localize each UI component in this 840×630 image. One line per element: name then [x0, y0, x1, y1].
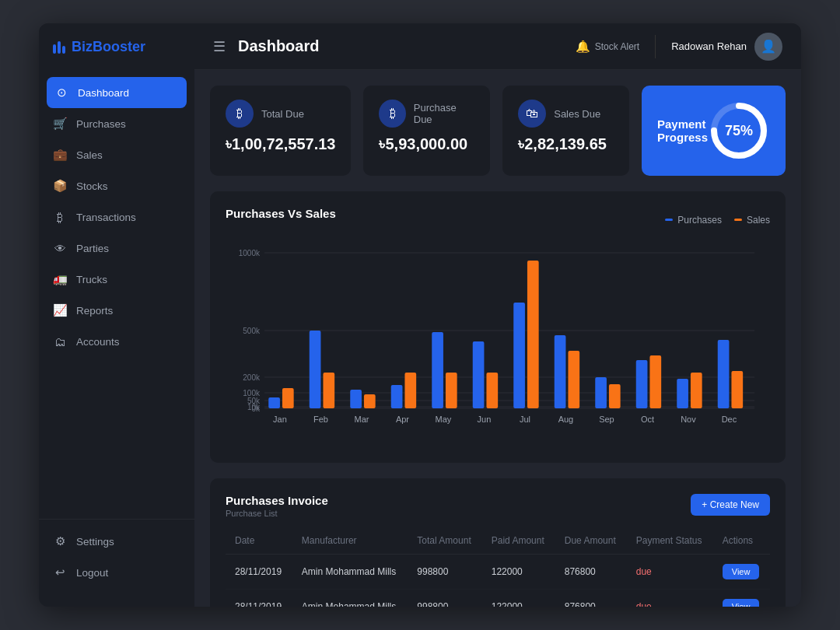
chart-section: Purchases Vs Sales Purchases Sales 1000k: [210, 191, 786, 463]
sidebar-label-purchases: Purchases: [76, 118, 126, 130]
svg-rect-44: [649, 355, 661, 408]
svg-rect-29: [446, 373, 457, 408]
progress-circle: 75%: [708, 100, 770, 162]
svg-rect-50: [731, 371, 743, 408]
svg-text:0k: 0k: [251, 404, 261, 413]
table-header: Purchases Invoice Purchase List + Create…: [226, 494, 770, 518]
parties-icon: 👁: [53, 241, 67, 255]
table-section: Purchases Invoice Purchase List + Create…: [210, 478, 786, 607]
svg-rect-16: [268, 397, 280, 408]
total-due-value: ৳1,00,72,557.13: [226, 135, 335, 153]
payment-label: Payment Progress: [657, 117, 708, 144]
sidebar-item-sales[interactable]: 💼 Sales: [39, 139, 194, 170]
logout-icon: ↩: [53, 565, 67, 579]
sidebar-label-sales: Sales: [76, 149, 103, 161]
sidebar-label-stocks: Stocks: [76, 180, 108, 192]
header: ☰ Dashboard 🔔 Stock Alert Radowan Rehan …: [194, 23, 801, 70]
logo-bar-1: [53, 44, 56, 54]
logo-text: BizBooster: [72, 39, 145, 55]
sidebar-item-parties[interactable]: 👁 Parties: [39, 233, 194, 264]
total-due-header: ₿ Total Due: [226, 100, 335, 128]
status-badge: due: [636, 566, 652, 577]
svg-text:Nov: Nov: [681, 415, 696, 424]
col-due: Due Amount: [555, 527, 627, 555]
chart-area: 1000k500k200k100k50k10k0kJanFebMarAprMay…: [226, 245, 770, 447]
table-header-row: Date Manufacturer Total Amount Paid Amou…: [226, 527, 770, 555]
table-body: 28/11/2019 Amin Mohammad Mills 998800 12…: [226, 555, 770, 607]
total-due-label: Total Due: [261, 108, 304, 120]
page-title: Dashboard: [238, 37, 563, 55]
svg-rect-19: [310, 331, 321, 408]
transactions-icon: ₿: [53, 210, 67, 224]
sales-due-value: ৳2,82,139.65: [518, 135, 614, 153]
legend-dot-purchases: [665, 219, 673, 221]
sidebar-label-dashboard: Dashboard: [78, 87, 129, 99]
svg-rect-46: [677, 379, 688, 408]
view-button[interactable]: View: [723, 599, 760, 607]
sidebar-item-dashboard[interactable]: ⊙ Dashboard: [47, 77, 187, 108]
sidebar-item-stocks[interactable]: 📦 Stocks: [39, 170, 194, 201]
svg-rect-20: [323, 373, 334, 408]
sidebar-item-reports[interactable]: 📈 Reports: [39, 295, 194, 326]
menu-icon[interactable]: ☰: [213, 38, 226, 55]
sidebar-item-settings[interactable]: ⚙ Settings: [39, 526, 194, 557]
dashboard-icon: ⊙: [54, 86, 68, 100]
svg-text:Feb: Feb: [313, 415, 328, 424]
cell-due: 876800: [555, 590, 627, 607]
logo: BizBooster: [39, 23, 194, 71]
status-badge: due: [636, 601, 652, 607]
sidebar-item-transactions[interactable]: ₿ Transactions: [39, 201, 194, 233]
col-actions: Actions: [713, 527, 770, 555]
cell-paid: 122000: [482, 590, 555, 607]
svg-rect-26: [404, 373, 416, 408]
sidebar-item-accounts[interactable]: 🗂 Accounts: [39, 326, 194, 357]
stock-alert[interactable]: 🔔 Stock Alert: [576, 40, 639, 54]
chart-svg: 1000k500k200k100k50k10k0kJanFebMarAprMay…: [226, 245, 770, 447]
user-profile[interactable]: Radowan Rehan 👤: [671, 33, 782, 61]
cell-date: 28/11/2019: [226, 555, 292, 590]
purchase-due-value: ৳5,93,000.00: [379, 135, 474, 153]
col-manufacturer: Manufacturer: [292, 527, 408, 555]
cell-actions[interactable]: View: [713, 555, 770, 590]
total-due-card: ₿ Total Due ৳1,00,72,557.13: [210, 86, 351, 176]
sidebar-item-purchases[interactable]: 🛒 Purchases: [39, 108, 194, 139]
svg-rect-38: [568, 351, 579, 408]
col-paid: Paid Amount: [482, 527, 555, 555]
logo-prefix: Biz: [72, 39, 93, 54]
sales-icon: 💼: [53, 148, 67, 162]
settings-icon: ⚙: [53, 534, 67, 548]
chart-title: Purchases Vs Sales: [226, 207, 336, 220]
legend-sales: Sales: [734, 215, 770, 226]
app-container: BizBooster ⊙ Dashboard 🛒 Purchases 💼 Sal…: [39, 23, 801, 607]
sidebar-label-trucks: Trucks: [76, 274, 107, 285]
svg-text:Jun: Jun: [478, 415, 492, 424]
logo-bar-2: [58, 41, 61, 54]
svg-text:Apr: Apr: [396, 415, 409, 424]
svg-text:Aug: Aug: [558, 415, 574, 424]
table-subtitle: Purchase List: [226, 509, 328, 518]
payment-progress-card: Payment Progress 75%: [642, 86, 786, 176]
table-row: 28/11/2019 Amin Mohammad Mills 998800 12…: [226, 555, 770, 590]
create-new-button[interactable]: + Create New: [691, 494, 770, 516]
sidebar-item-logout[interactable]: ↩ Logout: [39, 557, 194, 588]
svg-rect-35: [527, 261, 539, 408]
table-row: 28/11/2019 Amin Mohammad Mills 998800 12…: [226, 590, 770, 607]
view-button[interactable]: View: [723, 564, 760, 579]
sidebar-item-trucks[interactable]: 🚛 Trucks: [39, 264, 194, 295]
legend-dot-sales: [734, 219, 742, 221]
col-total: Total Amount: [408, 527, 481, 555]
sales-due-icon: 🛍: [518, 100, 546, 128]
alert-label: Stock Alert: [595, 41, 639, 52]
sidebar: BizBooster ⊙ Dashboard 🛒 Purchases 💼 Sal…: [39, 23, 194, 607]
svg-text:200k: 200k: [243, 373, 261, 382]
sales-due-card: 🛍 Sales Due ৳2,82,139.65: [502, 86, 629, 176]
svg-text:500k: 500k: [243, 327, 261, 335]
content-area: ₿ Total Due ৳1,00,72,557.13 ₿ Purchase D…: [194, 70, 801, 607]
cell-actions[interactable]: View: [713, 590, 770, 607]
legend-label-purchases: Purchases: [677, 215, 722, 226]
cell-total: 998800: [408, 555, 481, 590]
cell-due: 876800: [555, 555, 627, 590]
svg-text:1000k: 1000k: [239, 249, 261, 257]
legend-label-sales: Sales: [747, 215, 770, 226]
table-title-group: Purchases Invoice Purchase List: [226, 494, 328, 518]
